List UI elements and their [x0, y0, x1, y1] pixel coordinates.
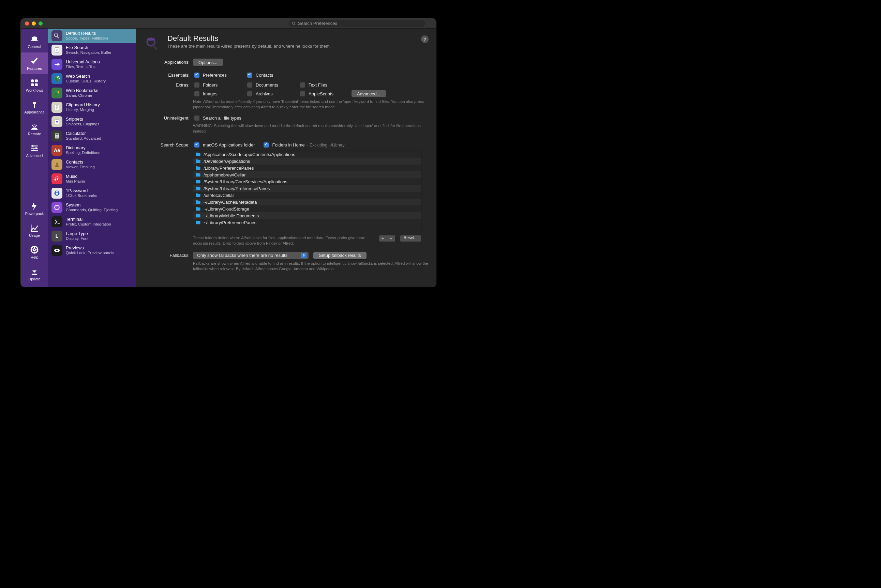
feature-item-title: File Search [66, 45, 111, 50]
extras-images-checkbox[interactable]: Images [193, 90, 246, 98]
scope-path-row[interactable]: /System/Library/PreferencePanes [193, 185, 421, 192]
extras-folders-checkbox[interactable]: Folders [193, 81, 246, 88]
scope-path-row[interactable]: ~/Library/CloudStorage [193, 206, 421, 212]
extras-text-files-checkbox[interactable]: Text Files [299, 81, 352, 88]
extras-documents-checkbox[interactable]: Documents [246, 81, 299, 88]
folders-in-home-checkbox[interactable]: Folders in Home - Excluding ~/Library [262, 141, 344, 148]
help-icon [30, 245, 39, 254]
scope-path-row[interactable]: ~/Library/PreferencePanes [193, 219, 421, 226]
sidebar-item-label: Help [31, 255, 39, 259]
svg-point-26 [56, 136, 57, 136]
remove-scope-button[interactable]: − [387, 235, 395, 242]
feature-item-universal-actions[interactable]: Universal Actions Files, Text, URLs [48, 57, 136, 72]
extras-archives-checkbox[interactable]: Archives [246, 90, 299, 98]
scope-path-row[interactable]: /usr/local/Cellar [193, 192, 421, 199]
feature-item-subtitle: Custom, URLs, History [66, 79, 106, 84]
feature-item-1password[interactable]: 1Password 1Click Bookmarks [48, 186, 136, 200]
scope-path-row[interactable]: /Developer/Applications [193, 158, 421, 165]
svg-point-30 [57, 137, 57, 138]
feature-item-title: Universal Actions [66, 59, 100, 65]
search-input[interactable]: Search Preferences [289, 20, 425, 27]
feature-item-web-search[interactable]: Web Search Custom, URLs, History [48, 72, 136, 86]
sidebar-item-advanced[interactable]: Advanced [21, 140, 48, 162]
svg-rect-14 [57, 36, 59, 39]
extras-applescripts-checkbox[interactable]: AppleScripts [299, 90, 352, 98]
sidebar-item-features[interactable]: Features [21, 52, 48, 74]
extras-label: Extras: [147, 81, 193, 87]
scope-path-row[interactable]: /opt/homebrew/Cellar [193, 171, 421, 178]
fallbacks-note: Fallbacks are shown when Alfred is unabl… [193, 261, 428, 272]
feature-item-calculator[interactable]: Calculator Standard, Advanced [48, 129, 136, 143]
scope-path-row[interactable]: ~/Library/Caches/Metadata [193, 199, 421, 206]
scope-path-value: ~/Library/CloudStorage [203, 207, 249, 212]
sidebar-item-remote[interactable]: Remote [21, 118, 48, 140]
feature-item-previews[interactable]: Previews Quick Look, Preview panels [48, 243, 136, 258]
feature-item-clipboard-history[interactable]: Clipboard History History, Merging [48, 100, 136, 114]
macos-applications-folder-checkbox[interactable]: macOS Applications folder [193, 141, 255, 148]
svg-point-15 [54, 33, 58, 34]
folder-icon [195, 220, 201, 225]
usage-icon [30, 224, 39, 232]
sidebar-item-appearance[interactable]: Appearance [21, 96, 48, 118]
scope-path-row[interactable]: /Applications/Xcode.app/Contents/Applica… [193, 151, 421, 158]
scope-path-list[interactable]: /Applications/Xcode.app/Contents/Applica… [193, 151, 421, 233]
window-close-button[interactable] [25, 21, 29, 26]
feature-item-terminal[interactable]: Terminal Prefix, Custom Integration [48, 214, 136, 229]
feature-item-system[interactable]: System Commands, Quitting, Ejecting [48, 200, 136, 214]
folder-icon [195, 166, 201, 170]
extras-advanced-button[interactable]: Advanced... [352, 90, 386, 98]
appearance-icon [30, 100, 39, 109]
feature-item-large-type[interactable]: L Large Type Display, Font [48, 229, 136, 243]
feature-item-web-bookmarks[interactable]: Web Bookmarks Safari, Chrome [48, 86, 136, 100]
applications-options-button[interactable]: Options... [193, 58, 223, 66]
feature-item-subtitle: Search, Navigation, Buffer [66, 50, 111, 55]
large-type-icon: L [51, 231, 62, 242]
scope-path-value: /Applications/Xcode.app/Contents/Applica… [203, 152, 295, 157]
feature-item-snippets[interactable]: Snippets Snippets, Clippings [48, 114, 136, 129]
window-zoom-button[interactable] [39, 21, 43, 26]
feature-item-subtitle: Prefix, Custom Integration [66, 222, 111, 227]
feature-item-music[interactable]: Music Mini Player [48, 172, 136, 186]
essentials-contacts-checkbox[interactable]: Contacts [246, 72, 299, 79]
feature-item-title: Snippets [66, 117, 99, 122]
setup-fallback-results-button[interactable]: Setup fallback results [313, 252, 367, 259]
sidebar-item-general[interactable]: General [21, 31, 48, 52]
essentials-contacts-label: Contacts [256, 73, 273, 78]
scope-path-row[interactable]: /System/Library/CoreServices/Application… [193, 178, 421, 185]
folder-icon [195, 193, 201, 198]
svg-point-32 [56, 162, 58, 165]
sidebar-item-update[interactable]: Update [21, 263, 48, 285]
extras-text-files-label: Text Files [308, 82, 327, 87]
essentials-label: Essentials: [147, 72, 193, 78]
feature-item-dictionary[interactable]: Aa Dictionary Spelling, Definitions [48, 143, 136, 158]
scope-note: These folders define where Alfred looks … [193, 235, 375, 246]
sidebar-item-help[interactable]: Help [21, 241, 48, 263]
search-all-filetypes-checkbox[interactable]: Search all file types [193, 114, 428, 122]
sidebar-item-powerpack[interactable]: Powerpack [21, 198, 48, 219]
folder-icon [195, 172, 201, 177]
titlebar: Search Preferences [21, 18, 436, 28]
feature-item-file-search[interactable]: File Search Search, Navigation, Buffer [48, 43, 136, 57]
scope-path-value: ~/Library/PreferencePanes [203, 220, 256, 225]
reset-scope-button[interactable]: Reset... [400, 235, 421, 242]
svg-point-9 [33, 150, 35, 151]
sidebar-item-workflows[interactable]: Workflows [21, 74, 48, 96]
feature-item-contacts[interactable]: Contacts Viewer, Emailing [48, 158, 136, 172]
window-minimize-button[interactable] [32, 21, 36, 26]
features-icon [30, 57, 39, 65]
scope-path-row[interactable]: ~/Library/Mobile Documents [193, 212, 421, 219]
svg-point-41 [147, 38, 155, 41]
feature-item-default-results[interactable]: Default Results Scope, Types, Fallbacks [48, 28, 136, 43]
feature-item-title: Large Type [66, 231, 88, 236]
remote-icon [30, 122, 39, 131]
fallbacks-select[interactable]: Only show fallbacks when there are no re… [193, 252, 308, 259]
scope-path-row[interactable]: /Library/PreferencePanes [193, 165, 421, 171]
help-button[interactable]: ? [421, 35, 428, 43]
fallbacks-label: Fallbacks: [147, 252, 193, 258]
essentials-preferences-checkbox[interactable]: Preferences [193, 72, 246, 79]
add-scope-button[interactable]: ＋ [379, 235, 387, 242]
sidebar-item-usage[interactable]: Usage [21, 219, 48, 241]
svg-rect-3 [31, 83, 34, 86]
scope-path-value: /opt/homebrew/Cellar [203, 172, 246, 177]
feature-item-subtitle: 1Click Bookmarks [66, 194, 97, 198]
